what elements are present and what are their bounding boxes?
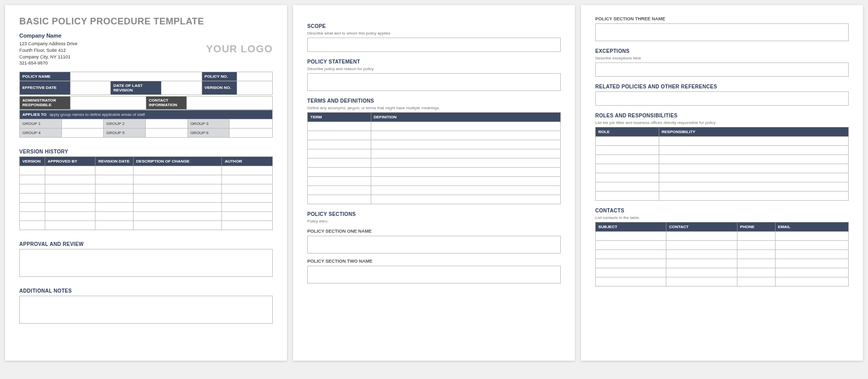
contacts-col-subject: SUBJECT xyxy=(596,223,666,232)
table-row[interactable] xyxy=(20,166,273,175)
contacts-col-email: EMAIL xyxy=(775,223,848,232)
section-one-box[interactable] xyxy=(307,236,561,254)
related-box[interactable] xyxy=(595,91,849,106)
vh-col-desc: DESCRIPTION OF CHANGE xyxy=(134,157,222,166)
contact-input[interactable] xyxy=(186,96,272,110)
table-row[interactable] xyxy=(596,192,849,201)
version-no-label: VERSION NO. xyxy=(202,81,237,94)
policy-no-label: POLICY NO. xyxy=(202,72,237,81)
eff-date-label: EFFECTIVE DATE xyxy=(20,81,71,94)
exceptions-box[interactable] xyxy=(595,62,849,77)
terms-table: TERM DEFINITION xyxy=(307,112,561,204)
page-1: BASIC POLICY PROCEDURE TEMPLATE Company … xyxy=(5,5,287,361)
policy-name-label: POLICY NAME xyxy=(20,72,71,81)
table-row[interactable] xyxy=(308,122,561,131)
group-4: GROUP 4 xyxy=(20,129,62,138)
group-3: GROUP 3 xyxy=(187,119,230,129)
policy-sections-title: POLICY SECTIONS xyxy=(307,211,561,217)
version-no-input[interactable] xyxy=(237,81,273,94)
contact-label: CONTACT INFORMATION xyxy=(146,96,186,110)
table-row[interactable] xyxy=(596,277,849,287)
admin-input[interactable] xyxy=(70,96,146,110)
notes-title: ADDITIONAL NOTES xyxy=(19,288,273,294)
table-row[interactable] xyxy=(20,194,273,203)
table-row[interactable] xyxy=(596,182,849,192)
table-row[interactable] xyxy=(596,137,849,146)
vh-col-revdate: REVISION DATE xyxy=(95,157,134,166)
table-row[interactable] xyxy=(20,221,273,230)
group-1-input[interactable] xyxy=(61,119,104,129)
group-1: GROUP 1 xyxy=(20,119,62,129)
version-history-title: VERSION HISTORY xyxy=(19,149,273,154)
contacts-title: CONTACTS xyxy=(595,208,849,213)
company-name: Company Name xyxy=(19,32,78,40)
company-block: Company Name 123 Company Address Drive F… xyxy=(19,32,78,67)
table-row[interactable] xyxy=(596,268,849,277)
table-row[interactable] xyxy=(308,149,561,159)
approval-box[interactable] xyxy=(19,249,273,277)
table-row[interactable] xyxy=(308,140,561,149)
company-addr3: Company City, NY 11101 xyxy=(19,54,78,60)
statement-desc: Describe policy and reason for policy xyxy=(307,67,561,71)
applies-to-desc: apply group names to define applicable a… xyxy=(50,112,145,117)
table-row[interactable] xyxy=(596,241,849,250)
table-row[interactable] xyxy=(20,175,273,184)
table-row[interactable] xyxy=(308,195,561,204)
exceptions-title: EXCEPTIONS xyxy=(595,48,849,54)
roles-table: ROLE RESPONSIBILITY xyxy=(595,127,849,201)
table-row[interactable] xyxy=(596,146,849,155)
table-row[interactable] xyxy=(596,173,849,182)
section-three-label: POLICY SECTION THREE NAME xyxy=(595,16,849,21)
table-row[interactable] xyxy=(308,186,561,195)
group-5: GROUP 5 xyxy=(104,129,146,138)
eff-date-input[interactable] xyxy=(70,81,111,94)
group-3-input[interactable] xyxy=(230,119,273,129)
terms-title: TERMS AND DEFINITIONS xyxy=(307,98,561,104)
roles-desc: List the job titles and business offices… xyxy=(595,120,849,125)
vh-col-approved: APPROVED BY xyxy=(45,157,95,166)
table-row[interactable] xyxy=(596,232,849,241)
vh-col-author: AUTHOR xyxy=(222,157,273,166)
table-row[interactable] xyxy=(596,164,849,173)
terms-desc: Define any acronyms, jargon, or terms th… xyxy=(307,106,561,110)
notes-box[interactable] xyxy=(19,296,273,324)
scope-box[interactable] xyxy=(307,38,561,52)
approval-title: APPROVAL AND REVIEW xyxy=(19,241,273,247)
table-row[interactable] xyxy=(20,203,273,212)
group-4-input[interactable] xyxy=(61,129,104,138)
company-phone: 321-654-9870 xyxy=(19,60,78,67)
table-row[interactable] xyxy=(20,184,273,194)
group-6: GROUP 6 xyxy=(187,129,230,138)
table-row[interactable] xyxy=(596,155,849,164)
last-rev-input[interactable] xyxy=(161,81,202,94)
policy-no-input[interactable] xyxy=(237,72,273,81)
table-row[interactable] xyxy=(20,212,273,221)
related-title: RELATED POLICIES AND OTHER REFERENCES xyxy=(595,84,849,89)
group-2-input[interactable] xyxy=(145,119,187,129)
contacts-col-phone: PHONE xyxy=(737,223,775,232)
applies-to-table: APPLIES TO apply group names to define a… xyxy=(19,110,273,138)
table-row[interactable] xyxy=(308,131,561,140)
table-row[interactable] xyxy=(596,259,849,268)
section-one-label: POLICY SECTION ONE NAME xyxy=(307,229,561,234)
section-three-box[interactable] xyxy=(595,23,849,41)
page-2: SCOPE Describe what and to whom this pol… xyxy=(293,5,575,361)
statement-box[interactable] xyxy=(307,73,561,91)
table-row[interactable] xyxy=(596,250,849,259)
roles-title: ROLES AND RESPONSIBILITIES xyxy=(595,113,849,118)
group-6-input[interactable] xyxy=(230,129,273,138)
policy-name-input[interactable] xyxy=(70,72,202,81)
company-addr2: Fourth Floor, Suite 412 xyxy=(19,47,78,54)
version-history-table: VERSION APPROVED BY REVISION DATE DESCRI… xyxy=(19,156,273,230)
table-row[interactable] xyxy=(308,177,561,186)
table-row[interactable] xyxy=(308,159,561,168)
roles-col-resp: RESPONSIBILITY xyxy=(659,128,849,137)
company-addr1: 123 Company Address Drive xyxy=(19,41,78,47)
section-two-box[interactable] xyxy=(307,266,561,283)
table-row[interactable] xyxy=(308,168,561,177)
vh-col-version: VERSION xyxy=(20,157,45,166)
admin-label: ADMINISTRATOR RESPONSIBLE xyxy=(20,96,71,110)
policy-sections-intro: Policy intro: xyxy=(307,219,561,224)
section-two-label: POLICY SECTION TWO NAME xyxy=(307,259,561,264)
group-5-input[interactable] xyxy=(145,129,187,138)
